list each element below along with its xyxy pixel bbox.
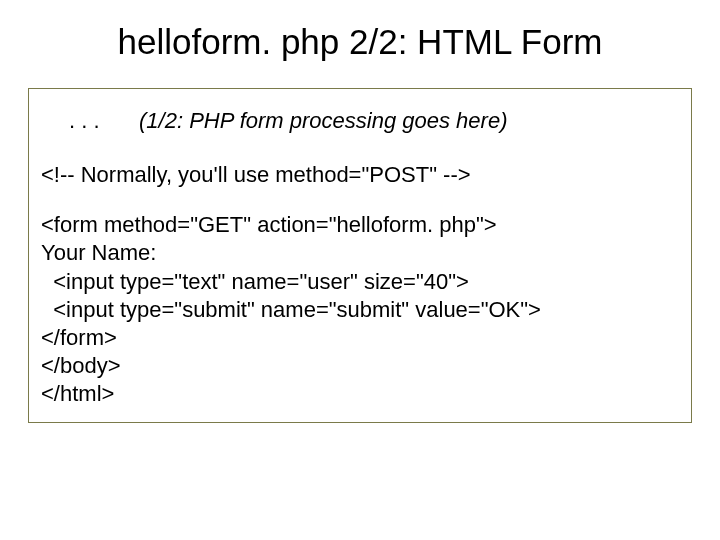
slide: helloform. php 2/2: HTML Form . . . (1/2… — [0, 0, 720, 540]
html-comment: <!-- Normally, you'll use method="POST" … — [41, 162, 471, 187]
code-line-form-close: </form> — [41, 324, 679, 352]
code-box: . . . (1/2: PHP form processing goes her… — [28, 88, 692, 423]
comment-line: <!-- Normally, you'll use method="POST" … — [41, 161, 679, 189]
code-line-form-open: <form method="GET" action="helloform. ph… — [41, 211, 679, 239]
slide-title: helloform. php 2/2: HTML Form — [0, 0, 720, 72]
code-line-input-submit: <input type="submit" name="submit" value… — [41, 296, 679, 324]
code-line-html-close: </html> — [41, 380, 679, 408]
placeholder-row: . . . (1/2: PHP form processing goes her… — [41, 107, 679, 135]
code-line-input-text: <input type="text" name="user" size="40"… — [41, 268, 679, 296]
code-line-label: Your Name: — [41, 239, 679, 267]
code-line-body-close: </body> — [41, 352, 679, 380]
code-block: <form method="GET" action="helloform. ph… — [41, 211, 679, 408]
ellipsis: . . . — [69, 107, 139, 135]
php-processing-note: (1/2: PHP form processing goes here) — [139, 107, 507, 135]
